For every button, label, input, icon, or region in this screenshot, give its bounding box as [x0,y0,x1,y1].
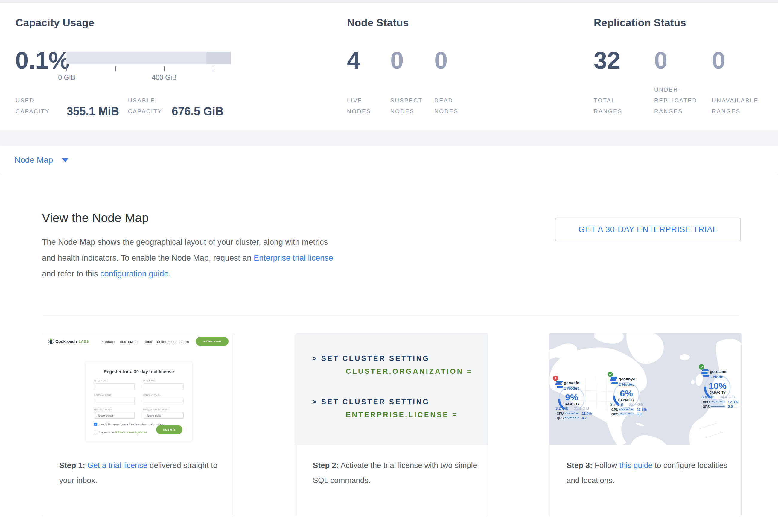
company-name-label: COMPANY NAME [94,394,111,396]
sql-statement: > SET CLUSTER SETTING [312,354,430,363]
company-name-field [94,398,135,404]
node-map-view-dropdown[interactable]: Node Map [14,146,69,174]
locality-name: geo=ams [710,369,727,374]
step2-caption: Step 2: Activate the trial license with … [296,445,487,488]
license-agreement-text: I agree to the Software License Agreemen… [99,431,148,434]
checkbox-checked-icon: ✓ [94,423,97,426]
email-updates-text: I would like to receive email updates ab… [99,423,164,426]
company-email-label: COMPANY EMAIL [143,394,161,396]
under-replicated-ranges-count: 0 [654,49,668,72]
first-name-label: FIRST NAME [94,380,107,382]
this-guide-link[interactable]: this guide [619,461,652,470]
view-selector-bar: Node Map [0,146,778,174]
capacity-axis-tick [66,66,67,71]
capacity-axis-label-400: 400 GiB [146,74,182,82]
capacity-usage-bar [66,52,231,64]
node-status-title: Node Status [347,17,409,29]
capacity-percent: 10% [709,381,726,391]
capacity-caption: CAPACITY [618,398,634,402]
nav-item: DOCS [144,340,152,344]
locality-name: geo=nyc [619,377,635,381]
dead-nodes-count: 0 [434,49,448,72]
healthy-check-icon [699,364,704,370]
download-pill-button: DOWNLOAD [196,337,229,346]
email-updates-checkbox-row: ✓ I would like to receive email updates … [94,423,164,426]
capacity-caption: CAPACITY [563,402,580,406]
sql-setting-name: ENTERPRISE.LICENSE = [346,410,458,419]
node-map-description: The Node Map shows the geographical layo… [42,234,342,282]
step2-card: > SET CLUSTER SETTING CLUSTER.ORGANIZATI… [296,333,488,516]
capacity-bar-reserved-segment [207,52,231,64]
cockroach-icon [48,338,54,345]
cpu-value: 12.3% [728,400,738,404]
sql-statement: > SET CLUSTER SETTING [312,398,430,406]
description-text: . [168,269,171,278]
step1-screenshot: Cockroach LABS PRODUCT CUSTOMERS DOCS RE… [42,333,234,445]
cpu-label: CPU [557,412,563,415]
suspect-nodes-label: SUSPECT NODES [390,95,423,117]
qps-value: 0.0 [636,412,642,416]
page-title: View the Node Map [42,211,149,225]
logo-suffix-text: LABS [79,339,89,343]
cpu-label: CPU [703,400,709,404]
capacity-usage-title: Capacity Usage [15,17,94,29]
capacity-percent: 9% [565,392,578,402]
nav-item: PRODUCT [101,340,115,344]
step1-card: Cockroach LABS PRODUCT CUSTOMERS DOCS RE… [42,333,234,516]
caption-text: Follow [593,461,619,470]
total-ranges-count: 32 [594,49,620,72]
qps-value: 0.0 [728,404,733,409]
enterprise-trial-license-link[interactable]: Enterprise trial license [254,253,333,262]
reason-for-interest-select: Please Select [143,412,184,419]
healthy-check-icon [608,372,613,377]
map-land-iceland [680,354,690,360]
svg-text:1: 1 [555,377,556,380]
qps-label: QPS [611,412,618,416]
qps-value: 4.7 [582,416,587,420]
usable-capacity-label: USABLE CAPACITY [128,95,162,117]
world-map-illustration: 1 geo=sfo 2 Nodes 9% CAPACITY 3.2 GiB 35… [549,333,741,445]
description-text: and refer to this [42,269,100,278]
capacity-axis-tick [164,66,164,71]
cockroach-website-thumbnail: Cockroach LABS PRODUCT CUSTOMERS DOCS RE… [42,333,234,445]
step1-prefix: Step 1: [59,461,85,470]
capacity-axis-tick [115,66,116,71]
step3-caption: Step 3: Follow this guide to configure l… [549,445,741,488]
node-map-view-label: Node Map [14,155,53,165]
total-capacity: 34.4 GiB [720,395,735,399]
step1-caption: Step 1: Get a trial license delivered st… [42,445,234,488]
total-capacity: 35.1 GiB [574,406,589,410]
error-badge-icon: 1 [553,376,558,381]
get-enterprise-trial-button[interactable]: GET A 30-DAY ENTERPRISE TRIAL [555,218,741,241]
cpu-value: 42.5% [636,407,647,412]
nav-item: BLOG [181,340,189,344]
used-capacity-value: 355.1 MiB [67,105,119,117]
company-email-field [143,398,184,404]
site-nav: PRODUCT CUSTOMERS DOCS RESOURCES BLOG [101,340,189,344]
last-name-label: LAST NAME [143,380,155,382]
cluster-summary-panel: Capacity Usage 0.1% 0 GiB 400 GiB USED C… [0,3,778,131]
cockroach-labs-logo: Cockroach LABS [48,338,89,345]
used-capacity-label: USED CAPACITY [15,95,50,117]
nav-item: RESOURCES [157,340,175,344]
capacity-used-percent: 0.1% [15,49,70,72]
live-nodes-label: LIVE NODES [347,95,371,117]
checkbox-empty-icon [94,431,97,434]
configuration-guide-link[interactable]: configuration guide [100,269,168,278]
capacity-caption: CAPACITY [709,391,726,394]
replication-status-title: Replication Status [594,17,686,29]
trial-license-form: Register for a 30-day trial license FIRS… [86,362,192,441]
page-top-strip [0,0,778,3]
reason-for-interest-label: REASON FOR INTEREST [143,408,169,410]
form-title: Register for a 30-day trial license [86,369,192,374]
capacity-axis-tick [213,66,213,71]
qps-label: QPS [703,405,709,408]
step3-card: 1 geo=sfo 2 Nodes 9% CAPACITY 3.2 GiB 35… [549,333,742,516]
step2-sql-snippet: > SET CLUSTER SETTING CLUSTER.ORGANIZATI… [296,333,487,445]
total-ranges-label: TOTAL RANGES [594,95,622,117]
license-agreement-checkbox-row: I agree to the Software License Agreemen… [94,431,148,434]
section-divider [42,314,741,314]
locality-name: geo=sfo [564,381,579,385]
used-capacity: 3.6 GiB [701,395,714,399]
get-trial-license-link[interactable]: Get a trial license [87,461,147,470]
